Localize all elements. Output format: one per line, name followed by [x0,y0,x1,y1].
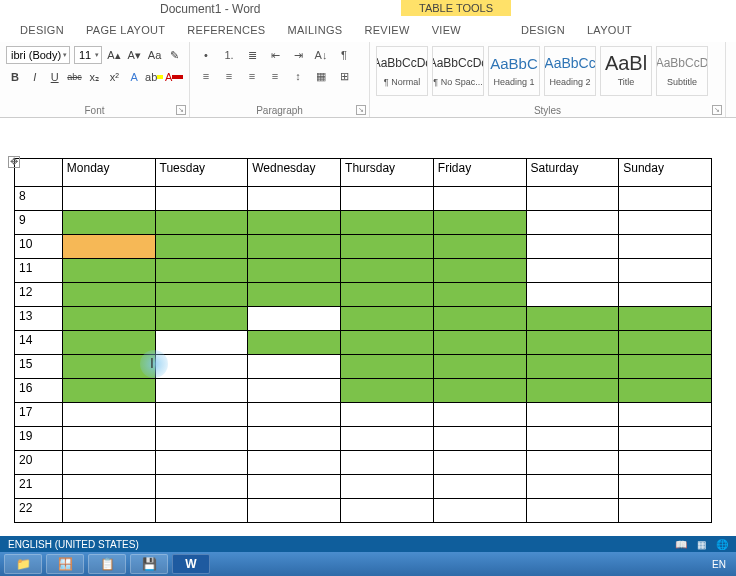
tab-mailings[interactable]: MAILINGS [287,24,342,36]
cell-12-monday[interactable] [62,283,155,307]
align-right-button[interactable]: ≡ [242,67,262,85]
cell-13-friday[interactable] [433,307,526,331]
tab-table-design[interactable]: DESIGN [521,24,565,36]
hour-9[interactable]: 9 [15,211,63,235]
sort-button[interactable]: A↓ [311,46,331,64]
cell-12-sunday[interactable] [619,283,712,307]
cell-21-saturday[interactable] [526,475,619,499]
cell-16-tuesday[interactable] [155,379,248,403]
cell-15-saturday[interactable] [526,355,619,379]
font-dialog-launcher[interactable]: ↘ [176,105,186,115]
tab-view[interactable]: VIEW [432,24,461,36]
language-status[interactable]: ENGLISH (UNITED STATES) [8,539,139,550]
cell-20-tuesday[interactable] [155,451,248,475]
cell-14-thursday[interactable] [341,331,434,355]
cell-15-thursday[interactable] [341,355,434,379]
header-tuesday[interactable]: Tuesday [155,159,248,187]
read-mode-icon[interactable]: 📖 [675,539,687,550]
tab-references[interactable]: REFERENCES [187,24,265,36]
taskbar-lang[interactable]: EN [712,559,732,570]
cell-20-monday[interactable] [62,451,155,475]
bullets-button[interactable]: • [196,46,216,64]
cell-12-saturday[interactable] [526,283,619,307]
cell-15-sunday[interactable] [619,355,712,379]
cell-9-wednesday[interactable] [248,211,341,235]
cell-22-saturday[interactable] [526,499,619,523]
hour-21[interactable]: 21 [15,475,63,499]
header-thursday[interactable]: Thursday [341,159,434,187]
italic-button[interactable]: I [26,68,44,86]
cell-14-friday[interactable] [433,331,526,355]
cell-11-friday[interactable] [433,259,526,283]
cell-11-sunday[interactable] [619,259,712,283]
tab-table-layout[interactable]: LAYOUT [587,24,632,36]
style-title[interactable]: AaBlTitle [600,46,652,96]
cell-11-saturday[interactable] [526,259,619,283]
cell-17-friday[interactable] [433,403,526,427]
cell-21-tuesday[interactable] [155,475,248,499]
cell-10-thursday[interactable] [341,235,434,259]
tab-design[interactable]: DESIGN [20,24,64,36]
cell-12-friday[interactable] [433,283,526,307]
cell-13-tuesday[interactable] [155,307,248,331]
cell-16-monday[interactable] [62,379,155,403]
cell-10-monday[interactable] [62,235,155,259]
strikethrough-button[interactable]: abc [66,68,84,86]
cell-13-monday[interactable] [62,307,155,331]
style---normal[interactable]: AaBbCcDc¶ Normal [376,46,428,96]
taskbar-app2[interactable]: 🪟 [46,554,84,574]
cell-20-saturday[interactable] [526,451,619,475]
hour-14[interactable]: 14 [15,331,63,355]
cell-19-saturday[interactable] [526,427,619,451]
cell-13-thursday[interactable] [341,307,434,331]
cell-14-tuesday[interactable] [155,331,248,355]
cell-8-tuesday[interactable] [155,187,248,211]
style---no-spac---[interactable]: AaBbCcDc¶ No Spac... [432,46,484,96]
cell-15-tuesday[interactable] [155,355,248,379]
cell-16-thursday[interactable] [341,379,434,403]
justify-button[interactable]: ≡ [265,67,285,85]
shading-button[interactable]: ▦ [311,67,331,85]
cell-21-thursday[interactable] [341,475,434,499]
cell-15-wednesday[interactable] [248,355,341,379]
borders-button[interactable]: ⊞ [334,67,354,85]
paragraph-dialog-launcher[interactable]: ↘ [356,105,366,115]
style-heading-2[interactable]: AaBbCcHeading 2 [544,46,596,96]
superscript-button[interactable]: x² [105,68,123,86]
align-center-button[interactable]: ≡ [219,67,239,85]
align-left-button[interactable]: ≡ [196,67,216,85]
cell-13-saturday[interactable] [526,307,619,331]
cell-19-sunday[interactable] [619,427,712,451]
cell-9-monday[interactable] [62,211,155,235]
cell-12-tuesday[interactable] [155,283,248,307]
cell-12-wednesday[interactable] [248,283,341,307]
cell-21-sunday[interactable] [619,475,712,499]
hour-19[interactable]: 19 [15,427,63,451]
document-area[interactable]: ✥ MondayTuesdayWednesdayThursdayFridaySa… [0,118,736,538]
cell-17-saturday[interactable] [526,403,619,427]
increase-indent-button[interactable]: ⇥ [288,46,308,64]
hour-10[interactable]: 10 [15,235,63,259]
multilevel-button[interactable]: ≣ [242,46,262,64]
hour-8[interactable]: 8 [15,187,63,211]
cell-9-sunday[interactable] [619,211,712,235]
decrease-indent-button[interactable]: ⇤ [265,46,285,64]
cell-17-wednesday[interactable] [248,403,341,427]
header-monday[interactable]: Monday [62,159,155,187]
web-layout-icon[interactable]: 🌐 [716,539,728,550]
styles-dialog-launcher[interactable]: ↘ [712,105,722,115]
cell-17-tuesday[interactable] [155,403,248,427]
hour-13[interactable]: 13 [15,307,63,331]
cell-21-wednesday[interactable] [248,475,341,499]
print-layout-icon[interactable]: ▦ [697,539,706,550]
cell-8-thursday[interactable] [341,187,434,211]
hour-12[interactable]: 12 [15,283,63,307]
cell-19-tuesday[interactable] [155,427,248,451]
highlight-button[interactable]: ab [145,68,163,86]
taskbar-app3[interactable]: 📋 [88,554,126,574]
text-effects-button[interactable]: A [125,68,143,86]
bold-button[interactable]: B [6,68,24,86]
cell-8-saturday[interactable] [526,187,619,211]
cell-10-wednesday[interactable] [248,235,341,259]
cell-20-friday[interactable] [433,451,526,475]
